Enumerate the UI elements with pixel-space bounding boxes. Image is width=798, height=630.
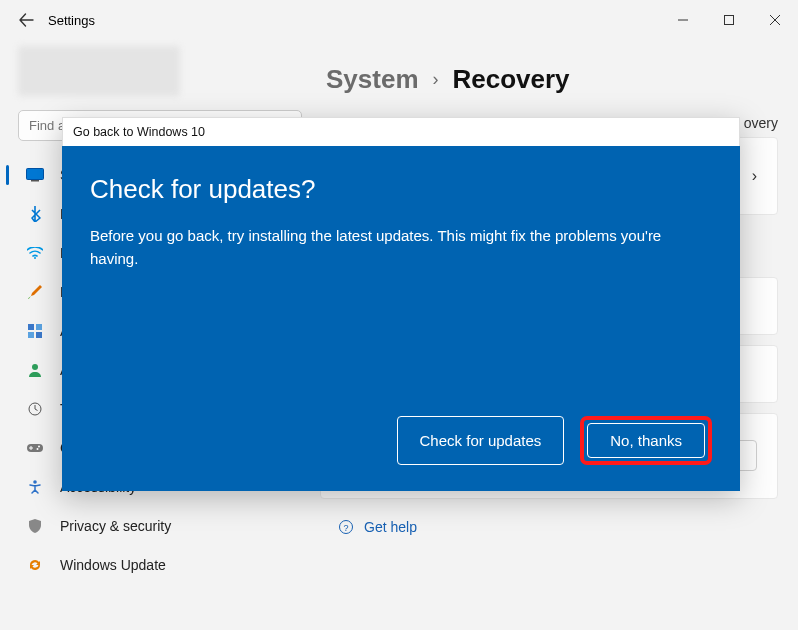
sidebar-item-label: Windows Update [60,557,166,573]
brush-icon [26,283,44,301]
accessibility-icon [26,478,44,496]
get-help-link[interactable]: Get help [364,519,417,535]
breadcrumb-current: Recovery [453,64,570,95]
get-help-row: ? Get help [320,519,778,535]
sidebar-item-windows-update[interactable]: Windows Update [6,546,314,584]
highlight-box: No, thanks [580,416,712,465]
svg-text:?: ? [343,522,348,532]
chevron-right-icon: › [433,69,439,90]
dialog-heading: Check for updates? [90,174,712,205]
svg-rect-1 [27,169,44,180]
help-icon: ? [338,519,354,535]
svg-rect-2 [31,180,39,182]
go-back-dialog: Go back to Windows 10 Check for updates?… [62,117,740,491]
close-button[interactable] [752,4,798,36]
shield-icon [26,517,44,535]
dialog-titlebar: Go back to Windows 10 [62,117,740,146]
minimize-icon [678,15,688,25]
sidebar-item-privacy[interactable]: Privacy & security [6,507,314,545]
maximize-icon [724,15,734,25]
back-button[interactable] [10,4,42,36]
gamepad-icon [26,439,44,457]
clock-icon [26,400,44,418]
arrow-left-icon [18,12,34,28]
svg-rect-4 [28,324,34,330]
svg-point-12 [37,448,39,450]
window-title: Settings [48,13,95,28]
chevron-right-icon: › [752,167,757,185]
svg-rect-6 [28,332,34,338]
close-icon [770,15,780,25]
svg-rect-5 [36,324,42,330]
bluetooth-icon [26,205,44,223]
svg-rect-7 [36,332,42,338]
svg-point-11 [38,446,40,448]
no-thanks-button[interactable]: No, thanks [587,423,705,458]
svg-point-3 [34,257,36,259]
window-controls [660,4,798,36]
account-block[interactable] [18,46,180,96]
svg-point-8 [32,364,38,370]
minimize-button[interactable] [660,4,706,36]
dialog-body-text: Before you go back, try installing the l… [90,225,670,270]
svg-rect-0 [725,16,734,25]
titlebar: Settings [0,0,798,40]
maximize-button[interactable] [706,4,752,36]
svg-point-13 [33,480,37,484]
person-icon [26,361,44,379]
update-icon [26,556,44,574]
check-for-updates-button[interactable]: Check for updates [397,416,565,465]
system-icon [26,166,44,184]
apps-icon [26,322,44,340]
sidebar-item-label: Privacy & security [60,518,171,534]
breadcrumb: System › Recovery [320,64,778,95]
wifi-icon [26,244,44,262]
breadcrumb-parent[interactable]: System [326,64,419,95]
dialog-buttons: Check for updates No, thanks [90,416,712,471]
